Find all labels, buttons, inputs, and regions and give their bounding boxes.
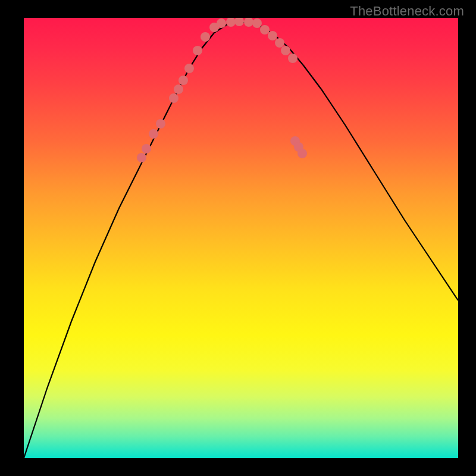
- data-point: [275, 38, 284, 48]
- data-point: [244, 18, 253, 27]
- scatter-left: [137, 23, 219, 162]
- data-point: [217, 18, 226, 28]
- data-point: [226, 18, 236, 27]
- data-point: [281, 46, 290, 55]
- plot-area: [24, 18, 458, 458]
- watermark-text: TheBottleneck.com: [350, 4, 464, 19]
- data-point: [298, 149, 307, 158]
- data-point: [169, 93, 178, 103]
- data-point: [234, 18, 244, 26]
- data-point: [174, 84, 183, 94]
- data-point: [288, 54, 298, 63]
- scatter-valley: [217, 18, 262, 28]
- data-point: [260, 25, 270, 35]
- chart-frame: TheBottleneck.com: [0, 0, 476, 476]
- data-point: [252, 18, 262, 28]
- data-point: [142, 144, 151, 154]
- data-point: [178, 76, 188, 85]
- scatter-right: [260, 25, 307, 158]
- data-point: [156, 119, 165, 129]
- bottleneck-curve: [24, 22, 458, 458]
- chart-svg: [24, 18, 458, 458]
- data-point: [201, 32, 210, 42]
- data-point: [149, 129, 158, 139]
- data-point: [184, 64, 194, 73]
- data-point: [268, 31, 277, 40]
- data-point: [137, 153, 146, 162]
- data-point: [193, 46, 202, 55]
